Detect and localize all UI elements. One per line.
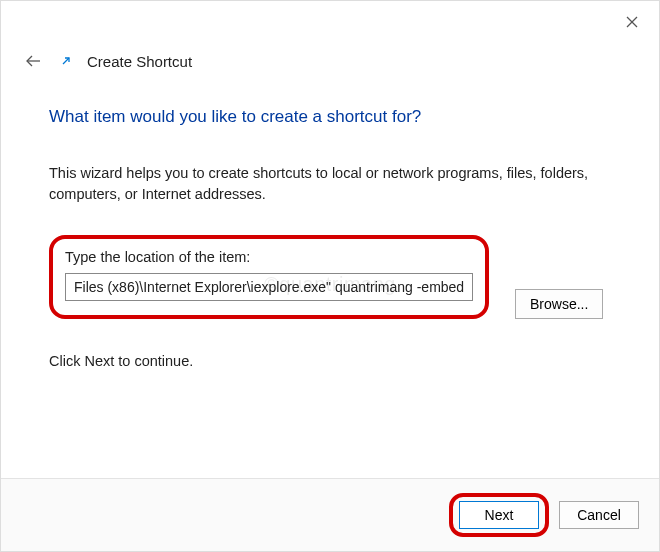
cancel-button[interactable]: Cancel xyxy=(559,501,639,529)
back-arrow-icon xyxy=(24,52,42,70)
dialog-title: Create Shortcut xyxy=(87,53,192,70)
location-input[interactable] xyxy=(65,273,473,301)
dialog-content: What item would you like to create a sho… xyxy=(1,85,659,369)
dialog-header: Create Shortcut xyxy=(1,1,659,85)
close-icon xyxy=(626,16,638,28)
browse-button[interactable]: Browse... xyxy=(515,289,603,319)
page-heading: What item would you like to create a sho… xyxy=(49,107,611,127)
next-button[interactable]: Next xyxy=(459,501,539,529)
dialog-window: Create Shortcut What item would you like… xyxy=(0,0,660,552)
continue-instruction: Click Next to continue. xyxy=(49,353,611,369)
location-label: Type the location of the item: xyxy=(65,249,473,265)
shortcut-icon xyxy=(59,54,73,68)
back-button[interactable] xyxy=(21,49,45,73)
next-highlight: Next xyxy=(449,493,549,537)
wizard-description: This wizard helps you to create shortcut… xyxy=(49,163,611,205)
dialog-footer: Next Cancel xyxy=(1,478,659,551)
close-button[interactable] xyxy=(623,13,641,31)
location-highlight: Type the location of the item: xyxy=(49,235,489,319)
